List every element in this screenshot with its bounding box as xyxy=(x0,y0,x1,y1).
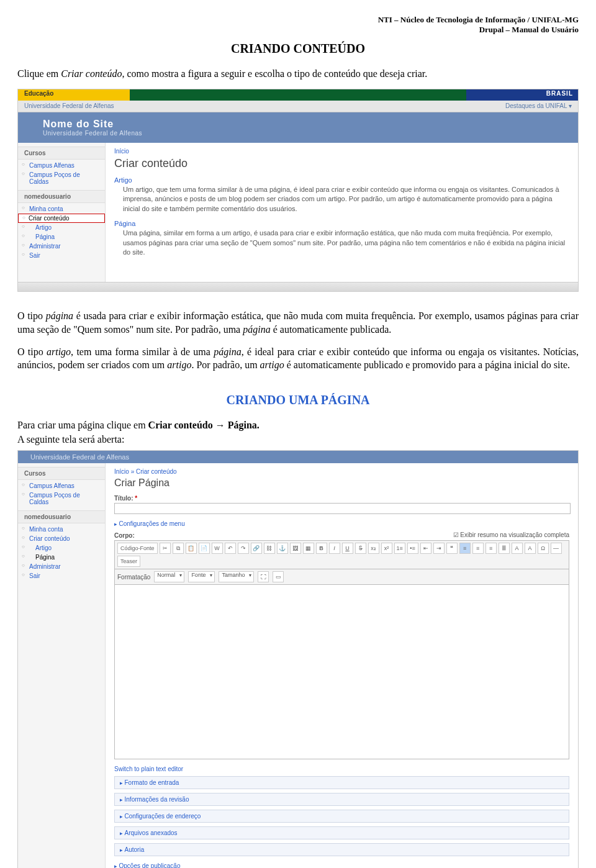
align-center-icon[interactable]: ≡ xyxy=(472,543,484,554)
sidebar: Cursos Campus Alfenas Campus Poços de Ca… xyxy=(18,143,106,282)
sidebar-item-artigo[interactable]: Artigo xyxy=(18,223,105,232)
align-left-icon[interactable]: ≡ xyxy=(459,543,471,554)
sidebar-item-pagina[interactable]: Página xyxy=(18,553,105,562)
hr-icon[interactable]: — xyxy=(551,543,562,554)
paste-word-icon[interactable]: W xyxy=(212,543,223,554)
paste-text-icon[interactable]: 📄 xyxy=(199,543,210,554)
show-blocks-icon[interactable]: ▭ xyxy=(273,571,284,582)
checkbox-label: Exibir resumo na visualização completa xyxy=(460,531,569,538)
sidebar-item-administrar[interactable]: Administrar xyxy=(18,242,105,251)
accordion-formato-entrada[interactable]: Formato de entrada xyxy=(114,776,569,789)
sidebar-item-artigo[interactable]: Artigo xyxy=(18,543,105,553)
accordion-arquivos-anexados[interactable]: Arquivos anexados xyxy=(114,826,569,839)
intro-paragraph: Clique em Criar conteúdo, como mostra a … xyxy=(17,67,579,81)
text: como mostra a figura a seguir e escolha … xyxy=(124,68,427,79)
gov-bar: Educação BRASIL xyxy=(18,89,578,101)
accordion-config-endereco[interactable]: Configurações de endereço xyxy=(114,810,569,823)
font-select[interactable]: Fonte xyxy=(188,571,215,582)
sidebar-item[interactable]: Campus Poços de Caldas xyxy=(18,491,105,507)
special-char-icon[interactable]: Ω xyxy=(538,543,549,554)
numbered-list-icon[interactable]: 1≡ xyxy=(394,543,405,554)
sidebar-item-administrar[interactable]: Administrar xyxy=(18,562,105,571)
link-icon[interactable]: 🔗 xyxy=(251,543,262,554)
align-justify-icon[interactable]: ≣ xyxy=(499,543,510,554)
site-subtitle: Universidade Federal de Alfenas xyxy=(43,130,553,137)
image-icon[interactable]: 🖼 xyxy=(290,543,301,554)
undo-icon[interactable]: ↶ xyxy=(225,543,236,554)
outdent-icon[interactable]: ⇤ xyxy=(420,543,431,554)
unlink-icon[interactable]: ⛓ xyxy=(264,543,275,554)
doc-header: NTI – Núcleo de Tecnologia de Informação… xyxy=(17,15,579,35)
editor-body[interactable] xyxy=(114,585,569,759)
doc-header-l2: Drupal – Manual do Usuário xyxy=(479,25,579,34)
text-italic: Criar conteúdo, xyxy=(61,68,124,79)
cut-icon[interactable]: ✂ xyxy=(160,543,171,554)
sidebar-item[interactable]: Campus Alfenas xyxy=(18,481,105,491)
source-button[interactable]: Código-Fonte xyxy=(117,543,158,554)
sidebar-item-sair[interactable]: Sair xyxy=(18,571,105,581)
univ-name: Universidade Federal de Alfenas xyxy=(24,101,114,112)
text: Para criar uma página clique em xyxy=(17,420,148,430)
text-color-icon[interactable]: A xyxy=(512,543,523,554)
format-label: Formatação xyxy=(117,574,150,581)
text: . Por padrão, um xyxy=(191,359,260,370)
blockquote-icon[interactable]: ❝ xyxy=(446,543,458,554)
accordion-opcoes-publicacao[interactable]: Opções de publicação xyxy=(114,860,569,868)
checkbox-icon[interactable]: ☑ xyxy=(453,531,459,538)
sidebar-item-pagina[interactable]: Página xyxy=(18,232,105,242)
sidebar-item-criar-conteudo[interactable]: Criar conteúdo xyxy=(18,214,105,223)
paragraph-seguinte-tela: A seguinte tela será aberta: xyxy=(17,433,579,446)
bg-color-icon[interactable]: A xyxy=(525,543,536,554)
text: Clique em xyxy=(17,68,61,79)
bullet-list-icon[interactable]: •≡ xyxy=(407,543,418,554)
text-italic: página xyxy=(214,346,241,357)
sidebar-item-minha-conta[interactable]: Minha conta xyxy=(18,525,105,534)
sidebar-item-sair[interactable]: Sair xyxy=(18,251,105,260)
redo-icon[interactable]: ↷ xyxy=(238,543,249,554)
strike-icon[interactable]: S̶ xyxy=(355,543,366,554)
subscript-icon[interactable]: x₂ xyxy=(368,543,379,554)
superscript-icon[interactable]: x² xyxy=(381,543,392,554)
table-icon[interactable]: ▦ xyxy=(303,543,314,554)
sidebar-item[interactable]: Campus Poços de Caldas xyxy=(18,170,105,186)
section-heading-2: CRIANDO UMA PÁGINA xyxy=(17,393,579,407)
sidebar-item-minha-conta[interactable]: Minha conta xyxy=(18,204,105,214)
size-select[interactable]: Tamanho xyxy=(219,571,254,582)
accordion-autoria[interactable]: Autoria xyxy=(114,843,569,856)
content-type-pagina-link[interactable]: Página xyxy=(114,220,569,227)
paste-icon[interactable]: 📋 xyxy=(186,543,197,554)
exibir-resumo-row[interactable]: ☑ Exibir resumo na visualização completa xyxy=(453,531,569,538)
align-right-icon[interactable]: ≡ xyxy=(485,543,497,554)
screenshot-criar-conteudo: Educação BRASIL Universidade Federal de … xyxy=(17,89,579,292)
menu-config-toggle[interactable]: Configurações de menu xyxy=(114,520,569,527)
breadcrumb[interactable]: Início » Criar conteúdo xyxy=(114,468,569,475)
content-type-artigo-link[interactable]: Artigo xyxy=(114,176,569,184)
copy-icon[interactable]: ⧉ xyxy=(173,543,184,554)
page-title: Criar conteúdo xyxy=(114,157,569,170)
indent-icon[interactable]: ⇥ xyxy=(433,543,445,554)
arrow-icon: → xyxy=(213,420,228,430)
switch-plain-text-link[interactable]: Switch to plain text editor xyxy=(114,766,569,772)
format-select[interactable]: Normal xyxy=(154,571,184,582)
anchor-icon[interactable]: ⚓ xyxy=(277,543,288,554)
paragraph-artigo: O tipo artigo, tem uma forma similar à d… xyxy=(17,345,579,372)
breadcrumb[interactable]: Início xyxy=(114,148,569,155)
titulo-label: Título: * xyxy=(114,495,569,502)
section-heading: CRIANDO CONTEÚDO xyxy=(17,42,579,56)
underline-icon[interactable]: U xyxy=(342,543,353,554)
bold-icon[interactable]: B xyxy=(316,543,327,554)
editor-toolbar: Código-Fonte ✂ ⧉ 📋 📄 W ↶ ↷ 🔗 ⛓ ⚓ 🖼 ▦ B I… xyxy=(114,540,569,569)
text-bold: Página. xyxy=(228,420,260,430)
italic-icon[interactable]: I xyxy=(329,543,340,554)
sidebar-item-criar-conteudo[interactable]: Criar conteúdo xyxy=(18,534,105,543)
accordion-info-revisao[interactable]: Informações da revisão xyxy=(114,793,569,806)
text-italic: artigo, xyxy=(47,346,73,357)
page-title: Criar Página xyxy=(114,477,569,489)
teaser-button[interactable]: Teaser xyxy=(117,556,140,567)
maximize-icon[interactable]: ⛶ xyxy=(258,571,269,582)
sidebar-item[interactable]: Campus Alfenas xyxy=(18,161,105,170)
destaques-dropdown[interactable]: Destaques da UNIFAL ▾ xyxy=(505,101,572,112)
text-italic: página xyxy=(46,310,73,321)
brasil-label: BRASIL xyxy=(546,90,573,97)
titulo-input[interactable] xyxy=(114,503,571,514)
